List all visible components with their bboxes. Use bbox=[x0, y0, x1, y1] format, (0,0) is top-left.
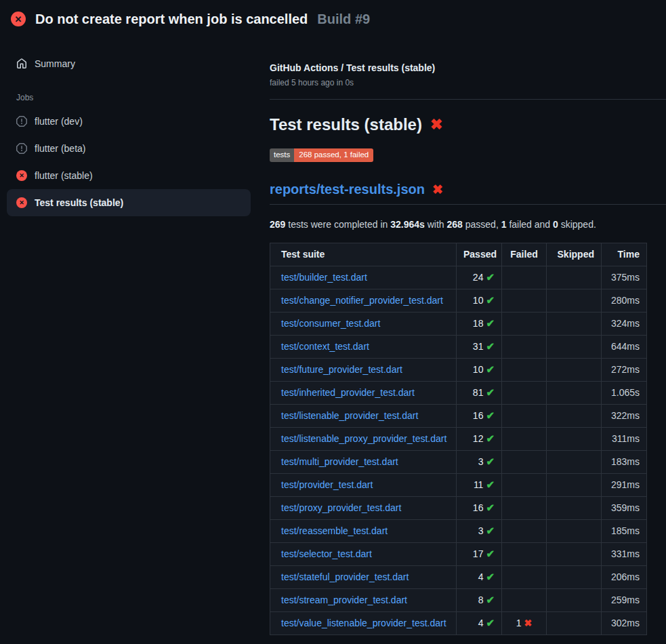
main-content: GitHub Actions / Test results (stable) f… bbox=[257, 38, 666, 635]
check-icon: ✔ bbox=[486, 502, 495, 513]
suite-link[interactable]: test/inherited_provider_test.dart bbox=[281, 387, 415, 398]
failure-status-icon: ✕ bbox=[11, 12, 26, 26]
passed-cell: 16✔ bbox=[457, 496, 502, 519]
passed-cell: 16✔ bbox=[457, 404, 502, 427]
table-row: test/stream_provider_test.dart8✔259ms bbox=[270, 588, 647, 611]
time-cell: 185ms bbox=[602, 519, 647, 542]
check-icon: ✔ bbox=[486, 271, 495, 283]
table-row: test/reassemble_test.dart3✔185ms bbox=[270, 519, 647, 542]
suite-link[interactable]: test/selector_test.dart bbox=[281, 548, 372, 559]
sidebar-item-label: flutter (stable) bbox=[35, 170, 93, 181]
sidebar-item-job-2[interactable]: ✕flutter (stable) bbox=[7, 162, 251, 189]
failed-cell bbox=[502, 588, 547, 611]
table-row: test/selector_test.dart17✔331ms bbox=[270, 542, 647, 565]
passed-count: 4 bbox=[478, 571, 484, 582]
passed-cell: 12✔ bbox=[457, 427, 502, 450]
skipped-cell bbox=[547, 519, 602, 542]
report-file-link[interactable]: reports/test-results.json bbox=[270, 182, 425, 197]
suite-link[interactable]: test/provider_test.dart bbox=[281, 479, 373, 490]
table-row: test/context_test.dart31✔644ms bbox=[270, 335, 647, 358]
sidebar-item-summary[interactable]: Summary bbox=[7, 50, 251, 77]
suite-link[interactable]: test/builder_test.dart bbox=[281, 272, 367, 283]
failed-cell bbox=[502, 266, 547, 289]
suite-cell: test/builder_test.dart bbox=[270, 266, 457, 289]
summary-text: skipped. bbox=[558, 219, 596, 230]
check-icon: ✔ bbox=[486, 340, 495, 352]
suite-cell: test/listenable_proxy_provider_test.dart bbox=[270, 427, 457, 450]
passed-cell: 24✔ bbox=[457, 266, 502, 289]
check-icon: ✔ bbox=[486, 548, 495, 559]
suite-cell: test/provider_test.dart bbox=[270, 473, 457, 496]
check-icon: ✔ bbox=[486, 386, 495, 398]
suite-link[interactable]: test/consumer_test.dart bbox=[281, 318, 380, 329]
skipped-cell bbox=[547, 496, 602, 519]
suite-link[interactable]: test/proxy_provider_test.dart bbox=[281, 502, 401, 513]
suite-link[interactable]: test/listenable_proxy_provider_test.dart bbox=[281, 433, 446, 444]
jobs-list: flutter (dev)flutter (beta)✕flutter (sta… bbox=[0, 108, 257, 216]
check-run-title: Do not create report when job is cancell… bbox=[35, 12, 308, 27]
suite-link[interactable]: test/reassemble_test.dart bbox=[281, 525, 388, 536]
sidebar-item-label: flutter (dev) bbox=[35, 116, 83, 127]
time-cell: 324ms bbox=[602, 312, 647, 335]
skipped-cell bbox=[547, 404, 602, 427]
passed-count: 24 bbox=[473, 272, 484, 283]
suite-link[interactable]: test/change_notifier_provider_test.dart bbox=[281, 295, 443, 306]
suite-link[interactable]: test/context_test.dart bbox=[281, 341, 369, 352]
suite-link[interactable]: test/future_provider_test.dart bbox=[281, 364, 402, 375]
skipped-cell bbox=[547, 358, 602, 381]
skipped-cell bbox=[547, 266, 602, 289]
table-row: test/stateful_provider_test.dart4✔206ms bbox=[270, 565, 647, 588]
suite-link[interactable]: test/value_listenable_provider_test.dart bbox=[281, 618, 446, 628]
check-icon: ✔ bbox=[486, 456, 495, 467]
table-row: test/inherited_provider_test.dart81✔1.06… bbox=[270, 381, 647, 404]
sidebar-item-job-0[interactable]: flutter (dev) bbox=[7, 108, 251, 135]
duration: 32.964s bbox=[390, 219, 425, 230]
time-cell: 259ms bbox=[602, 588, 647, 611]
suite-cell: test/future_provider_test.dart bbox=[270, 358, 457, 381]
time-cell: 644ms bbox=[602, 335, 647, 358]
fail-x-icon: ✖ bbox=[430, 116, 442, 134]
passed-count: 12 bbox=[473, 433, 484, 444]
time-cell: 1.065s bbox=[602, 381, 647, 404]
suite-link[interactable]: test/multi_provider_test.dart bbox=[281, 456, 398, 467]
passed-cell: 11✔ bbox=[457, 473, 502, 496]
passed-count: 3 bbox=[478, 456, 484, 467]
summary-text: with bbox=[425, 219, 447, 230]
table-row: test/listenable_proxy_provider_test.dart… bbox=[270, 427, 647, 450]
passed-count: 8 bbox=[478, 595, 484, 605]
passed-count: 18 bbox=[473, 318, 484, 329]
summary-text: tests were completed in bbox=[285, 219, 390, 230]
passed-count: 81 bbox=[473, 387, 484, 398]
suite-link[interactable]: test/listenable_provider_test.dart bbox=[281, 410, 418, 421]
cancelled-status-icon bbox=[16, 143, 27, 154]
passed-count: 31 bbox=[473, 341, 484, 352]
sidebar-item-job-1[interactable]: flutter (beta) bbox=[7, 135, 251, 162]
x-icon: ✕ bbox=[19, 200, 24, 206]
suite-link[interactable]: test/stateful_provider_test.dart bbox=[281, 571, 409, 582]
failure-status-icon: ✕ bbox=[16, 170, 27, 181]
table-row: test/provider_test.dart11✔291ms bbox=[270, 473, 647, 496]
failed-cell bbox=[502, 519, 547, 542]
col-header-test-suite: Test suite bbox=[270, 243, 457, 266]
failed-cell bbox=[502, 381, 547, 404]
suite-cell: test/consumer_test.dart bbox=[270, 312, 457, 335]
check-run-header: ✕ Do not create report when job is cance… bbox=[0, 0, 666, 38]
run-meta: failed 5 hours ago in 0s bbox=[270, 78, 666, 87]
col-header-skipped: Skipped bbox=[547, 243, 602, 266]
passed-cell: 31✔ bbox=[457, 335, 502, 358]
suite-link[interactable]: test/stream_provider_test.dart bbox=[281, 595, 407, 605]
failure-circle: ✕ bbox=[16, 197, 27, 208]
page-title: Test results (stable) ✖ bbox=[270, 115, 666, 134]
fail-x-icon: ✖ bbox=[432, 182, 443, 197]
skipped-cell bbox=[547, 611, 602, 635]
build-number: Build #9 bbox=[317, 12, 370, 27]
failed-cell bbox=[502, 404, 547, 427]
check-icon: ✔ bbox=[486, 525, 495, 536]
x-icon: ✕ bbox=[19, 173, 24, 179]
skipped-count: 0 bbox=[553, 219, 558, 230]
skipped-cell bbox=[547, 312, 602, 335]
time-cell: 291ms bbox=[602, 473, 647, 496]
passed-cell: 81✔ bbox=[457, 381, 502, 404]
sidebar-item-job-3[interactable]: ✕Test results (stable) bbox=[7, 189, 251, 216]
passed-count: 4 bbox=[478, 618, 484, 628]
